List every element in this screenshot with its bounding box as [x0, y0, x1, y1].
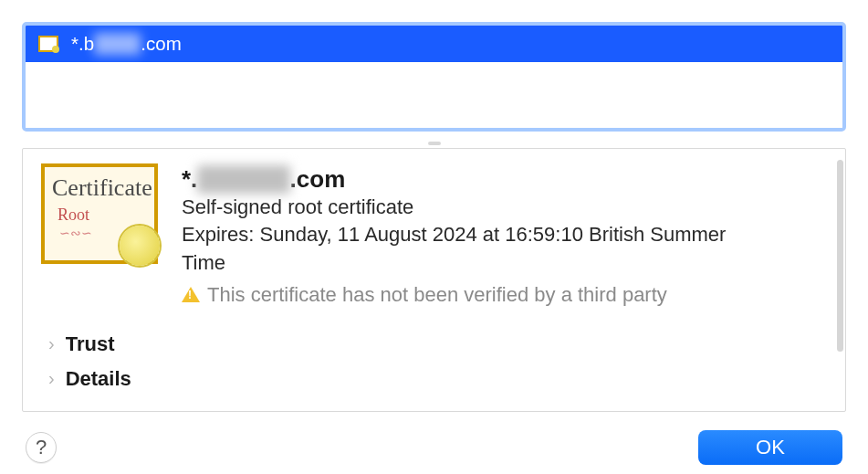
- trust-disclosure[interactable]: › Trust: [41, 327, 827, 362]
- trust-label: Trust: [66, 332, 115, 356]
- warning-icon: [182, 287, 200, 302]
- certificate-icon: [38, 36, 58, 52]
- certificate-icon-flourish: ∽∾∽: [59, 226, 92, 240]
- certificate-list-item-label: *.bxxxxx.com: [71, 33, 182, 55]
- chevron-right-icon: ›: [48, 368, 55, 389]
- certificate-details-panel: Certificate Root ∽∾∽ *.xxxxxxx.com Self-…: [22, 148, 846, 412]
- chevron-right-icon: ›: [48, 333, 55, 354]
- redacted-text: xxxxxxx: [197, 165, 289, 194]
- certificate-icon-root: Root: [58, 205, 89, 225]
- split-drag-handle[interactable]: [428, 142, 441, 145]
- ok-button[interactable]: OK: [698, 430, 842, 465]
- certificate-large-icon: Certificate Root ∽∾∽: [41, 163, 158, 264]
- certificate-warning-text: This certificate has not been verified b…: [207, 283, 667, 307]
- certificate-title: *.xxxxxxx.com: [182, 165, 827, 194]
- redacted-text: xxxxx: [94, 33, 141, 55]
- certificate-subtitle: Self-signed root certificate: [182, 195, 827, 219]
- details-disclosure[interactable]: › Details: [41, 362, 827, 396]
- details-label: Details: [66, 367, 131, 391]
- certificate-list[interactable]: *.bxxxxx.com: [22, 22, 846, 132]
- certificate-list-item-selected[interactable]: *.bxxxxx.com: [26, 26, 842, 62]
- certificate-list-empty-area: [26, 62, 842, 128]
- certificate-icon-script: Certificate: [52, 174, 152, 202]
- scrollbar[interactable]: [837, 160, 843, 352]
- certificate-seal-icon: [120, 226, 160, 266]
- help-button[interactable]: ?: [26, 432, 57, 463]
- certificate-expiry: Expires: Sunday, 11 August 2024 at 16:59…: [182, 221, 766, 278]
